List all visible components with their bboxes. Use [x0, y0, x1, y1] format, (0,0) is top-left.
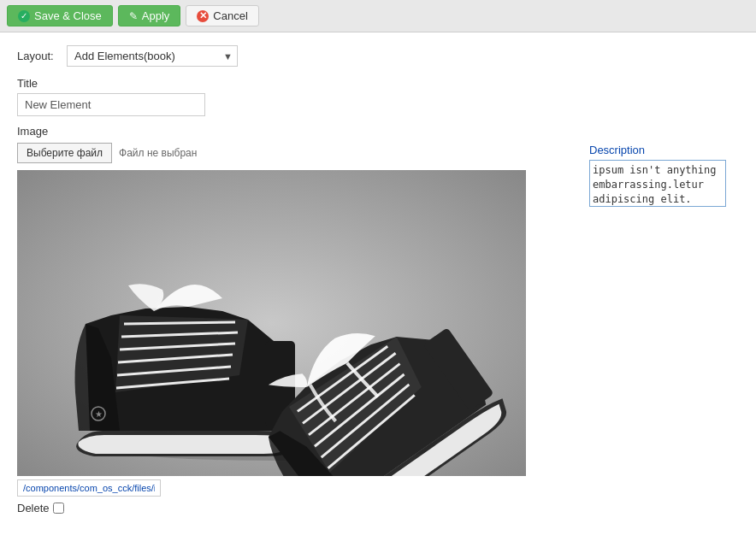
cancel-button[interactable]: ✕ Cancel — [186, 5, 258, 26]
image-preview: ★ — [17, 170, 526, 476]
svg-text:★: ★ — [95, 409, 103, 419]
layout-select-wrapper: Add Elements(book)DefaultCustom ▼ — [67, 45, 238, 67]
choose-file-label: Выберите файл — [27, 147, 103, 159]
toolbar: ✓ Save & Close ✎ Apply ✕ Cancel — [0, 0, 756, 32]
save-close-label: Save & Close — [34, 9, 102, 22]
cancel-icon: ✕ — [197, 10, 209, 22]
title-section: Title — [17, 77, 739, 116]
description-label: Description — [589, 144, 739, 156]
description-textarea[interactable]: ipsum isn't anything embarrassing.letur … — [589, 160, 726, 207]
save-close-button[interactable]: ✓ Save & Close — [7, 5, 113, 26]
choose-file-button[interactable]: Выберите файл — [17, 143, 112, 163]
delete-row: Delete — [17, 502, 739, 514]
layout-row: Layout: Add Elements(book)DefaultCustom … — [17, 45, 739, 67]
layout-label: Layout: — [17, 50, 60, 62]
svg-line-2 — [124, 322, 235, 324]
apply-button[interactable]: ✎ Apply — [118, 5, 181, 26]
apply-label: Apply — [142, 9, 170, 22]
main-content: Layout: Add Elements(book)DefaultCustom … — [0, 32, 756, 535]
check-icon: ✓ — [18, 10, 30, 22]
title-input[interactable] — [17, 93, 205, 116]
no-file-text: Файл не выбран — [119, 147, 197, 159]
delete-label: Delete — [17, 502, 50, 514]
image-path-input[interactable] — [17, 479, 161, 497]
image-label: Image — [17, 125, 739, 138]
title-label: Title — [17, 77, 739, 90]
delete-checkbox[interactable] — [53, 503, 64, 514]
layout-select[interactable]: Add Elements(book)DefaultCustom — [67, 45, 238, 67]
cancel-label: Cancel — [213, 9, 247, 22]
sneakers-image: ★ — [17, 170, 526, 476]
edit-icon: ✎ — [129, 10, 138, 22]
description-panel: Description ipsum isn't anything embarra… — [589, 144, 739, 209]
